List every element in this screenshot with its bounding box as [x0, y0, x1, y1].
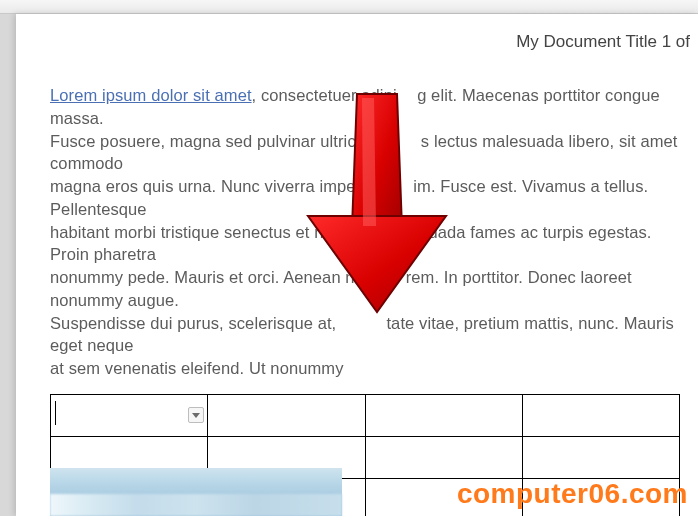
table-cell-active[interactable]: [51, 394, 208, 436]
embedded-image[interactable]: [50, 468, 342, 516]
table-row[interactable]: [51, 394, 680, 436]
table-cell[interactable]: [365, 436, 522, 478]
table-cell[interactable]: [365, 394, 522, 436]
page-header: My Document Title 1 of: [16, 14, 698, 66]
document-body[interactable]: Lorem ipsum dolor sit amet, consectetuer…: [16, 84, 698, 516]
text-run: Suspendisse dui purus, scelerisque at,: [50, 314, 336, 332]
text-run: habitant morbi tristique senectus et net…: [50, 223, 374, 241]
hyperlink-lorem[interactable]: Lorem ipsum dolor sit amet: [50, 86, 252, 104]
header-separator: [16, 66, 698, 84]
chevron-down-icon: [191, 410, 201, 420]
header-title: My Document Title 1 of: [16, 32, 698, 52]
cell-options-button[interactable]: [188, 407, 204, 423]
text-run: magna eros quis urna. Nunc viverra imper…: [50, 177, 388, 195]
text-run: Fusce posuere, magna sed pulvinar ultric…: [50, 132, 396, 150]
table-cell[interactable]: [522, 394, 679, 436]
text-run: at sem venenatis eleifend. Ut nonummy: [50, 359, 344, 377]
watermark-text: computer06.com: [457, 478, 688, 510]
text-run: nonummy pede. Mauris et orci. Aenean ne: [50, 268, 364, 286]
table-cell[interactable]: [208, 394, 365, 436]
document-page[interactable]: My Document Title 1 of Lorem ipsum dolor…: [16, 14, 698, 516]
svg-marker-0: [192, 413, 200, 418]
table-cell[interactable]: [522, 436, 679, 478]
app-toolbar: [0, 0, 698, 14]
body-paragraph[interactable]: Lorem ipsum dolor sit amet, consectetuer…: [50, 84, 680, 380]
text-cursor: [55, 401, 56, 425]
text-run: , consectetuer adipi: [252, 86, 397, 104]
